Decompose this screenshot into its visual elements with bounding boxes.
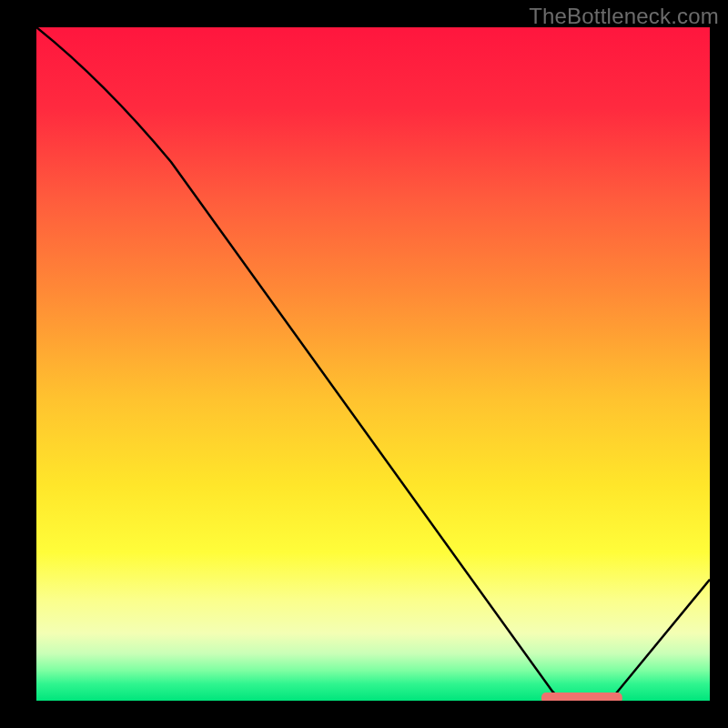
chart-plot xyxy=(36,27,710,701)
optimal-marker xyxy=(541,693,622,701)
watermark-text: TheBottleneck.com xyxy=(529,4,719,29)
plot-background xyxy=(36,27,710,701)
chart-frame: TheBottleneck.com xyxy=(0,0,728,728)
